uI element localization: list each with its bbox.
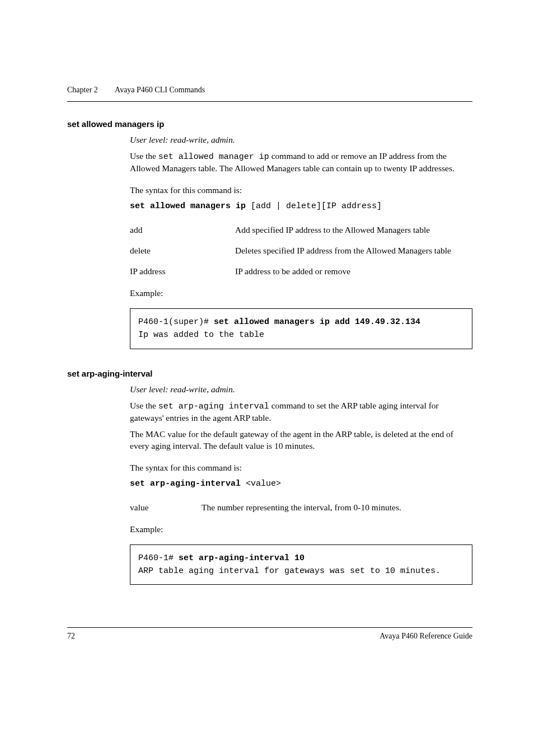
example-cmd: set arp-aging-interval 10 bbox=[179, 553, 305, 563]
arg-key: delete bbox=[130, 241, 235, 261]
syntax-rest: <value> bbox=[241, 479, 281, 489]
args-table: value The number representing the interv… bbox=[130, 497, 401, 518]
example-output: Ip was added to the table bbox=[138, 330, 264, 340]
user-level: User level: read-write, admin. bbox=[130, 384, 472, 396]
example-output: ARP table aging interval for gateways wa… bbox=[138, 566, 441, 576]
args-table: add Add specified IP address to the Allo… bbox=[130, 220, 451, 282]
example-prompt: P460-1# bbox=[138, 553, 179, 563]
section-set-arp-aging-interval: set arp-aging-interval User level: read-… bbox=[67, 368, 472, 585]
running-header: Chapter 2 Avaya P460 CLI Commands bbox=[67, 85, 472, 102]
document-title: Avaya P460 Reference Guide bbox=[380, 631, 472, 642]
chapter-title: Avaya P460 CLI Commands bbox=[115, 86, 205, 94]
syntax-bold: set allowed managers ip bbox=[130, 201, 246, 211]
arg-desc: The number representing the interval, fr… bbox=[202, 497, 401, 518]
arg-key: add bbox=[130, 220, 235, 241]
arg-key: IP address bbox=[130, 261, 235, 282]
table-row: delete Deletes specified IP address from… bbox=[130, 241, 451, 261]
intro-pre: Use the bbox=[130, 401, 158, 410]
example-label: Example: bbox=[130, 524, 472, 536]
section-title: set allowed managers ip bbox=[67, 119, 472, 130]
arg-key: value bbox=[130, 497, 202, 518]
syntax-label: The syntax for this command is: bbox=[130, 462, 472, 474]
page-number: 72 bbox=[67, 631, 75, 642]
example-label: Example: bbox=[130, 288, 472, 299]
arg-desc: Deletes specified IP address from the Al… bbox=[235, 241, 451, 261]
extra-paragraph: The MAC value for the default gateway of… bbox=[130, 429, 472, 452]
example-code-block: P460-1(super)# set allowed managers ip a… bbox=[130, 308, 472, 349]
syntax-label: The syntax for this command is: bbox=[130, 185, 472, 196]
syntax-line: set allowed managers ip [add | delete][I… bbox=[130, 201, 472, 212]
chapter-label: Chapter 2 bbox=[67, 86, 98, 94]
arg-desc: Add specified IP address to the Allowed … bbox=[235, 220, 451, 241]
example-cmd: set allowed managers ip add 149.49.32.13… bbox=[214, 317, 420, 327]
user-level: User level: read-write, admin. bbox=[130, 134, 472, 146]
intro-paragraph: Use the set arp-aging interval command t… bbox=[130, 400, 472, 424]
example-prompt: P460-1(super)# bbox=[138, 317, 214, 327]
syntax-rest: [add | delete][IP address] bbox=[246, 201, 382, 211]
intro-code: set arp-aging interval bbox=[158, 402, 269, 411]
intro-paragraph: Use the set allowed manager ip command t… bbox=[130, 151, 472, 175]
section-set-allowed-managers-ip: set allowed managers ip User level: read… bbox=[67, 119, 472, 349]
section-title: set arp-aging-interval bbox=[67, 368, 472, 379]
table-row: IP address IP address to be added or rem… bbox=[130, 261, 451, 282]
example-code-block: P460-1# set arp-aging-interval 10 ARP ta… bbox=[130, 544, 472, 585]
table-row: add Add specified IP address to the Allo… bbox=[130, 220, 451, 241]
intro-code: set allowed manager ip bbox=[158, 152, 269, 162]
syntax-line: set arp-aging-interval <value> bbox=[130, 478, 472, 490]
page-footer: 72 Avaya P460 Reference Guide bbox=[67, 627, 472, 642]
intro-pre: Use the bbox=[130, 151, 158, 161]
syntax-bold: set arp-aging-interval bbox=[130, 479, 241, 489]
arg-desc: IP address to be added or remove bbox=[235, 261, 451, 282]
table-row: value The number representing the interv… bbox=[130, 497, 401, 518]
